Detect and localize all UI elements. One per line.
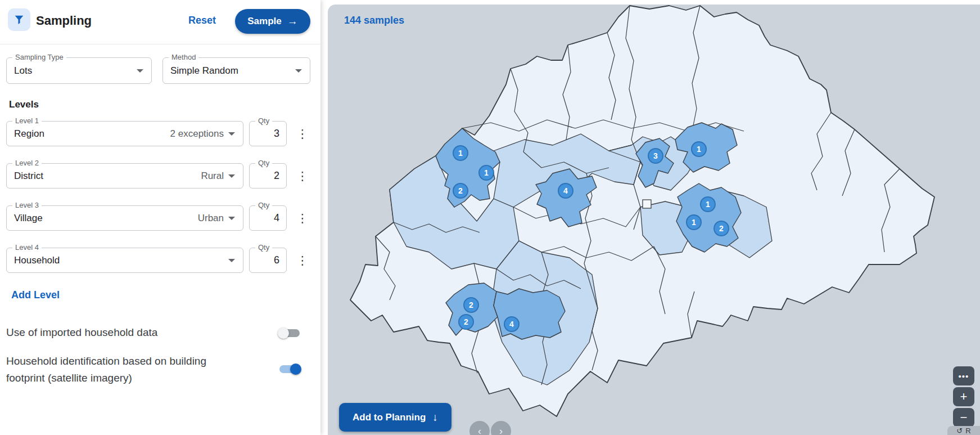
add-level-button[interactable]: Add Level bbox=[11, 289, 60, 301]
sample-count-marker[interactable]: 1 bbox=[453, 146, 468, 160]
sample-count-marker[interactable]: 2 bbox=[453, 183, 468, 198]
level-3-modifier[interactable]: Urban bbox=[198, 213, 235, 224]
map-reset-button[interactable]: ↺ R bbox=[947, 426, 980, 435]
svg-text:3: 3 bbox=[653, 151, 658, 160]
arrow-right-icon: → bbox=[287, 15, 298, 28]
level-3-qty-input[interactable] bbox=[250, 206, 286, 230]
sample-count-marker[interactable]: 4 bbox=[504, 317, 519, 331]
level-1-value: Region bbox=[14, 128, 44, 140]
capital-enclave-square bbox=[643, 200, 651, 208]
page-title: Sampling bbox=[36, 14, 92, 28]
level-4-qty-field[interactable]: Qty bbox=[249, 248, 287, 273]
map-more-options-button[interactable]: ••• bbox=[953, 366, 974, 385]
svg-text:4: 4 bbox=[563, 186, 568, 195]
sampling-panel: Sampling Reset Sample → Sampling Type Lo… bbox=[0, 0, 320, 435]
level-1-qty-field[interactable]: Qty bbox=[249, 121, 287, 146]
method-select[interactable]: Method Simple Random bbox=[162, 57, 310, 84]
reset-button[interactable]: Reset bbox=[188, 15, 216, 26]
reset-letter: R bbox=[965, 427, 970, 435]
sample-count-marker[interactable]: 1 bbox=[692, 142, 706, 156]
chevron-down-icon bbox=[295, 69, 302, 73]
level-3-value: Village bbox=[14, 213, 43, 224]
samples-count-label: 144 samples bbox=[344, 15, 404, 26]
toggle-thumb bbox=[290, 364, 301, 375]
chevron-down-icon bbox=[228, 174, 235, 178]
arrow-down-icon: ↓ bbox=[432, 411, 438, 424]
map-zoom-in-button[interactable]: + bbox=[953, 387, 974, 406]
chevron-down-icon bbox=[137, 69, 143, 73]
svg-text:2: 2 bbox=[719, 224, 724, 233]
sample-count-marker[interactable]: 1 bbox=[479, 165, 494, 180]
household-identification-label: Household identification based on buildi… bbox=[6, 353, 231, 387]
level-1-select[interactable]: Level 1 Region 2 exceptions bbox=[6, 121, 243, 146]
level-2-value: District bbox=[14, 171, 43, 182]
sample-button[interactable]: Sample → bbox=[235, 9, 310, 34]
level-1-modifier-text: 2 exceptions bbox=[170, 128, 224, 140]
reset-rotate-icon: ↺ bbox=[956, 427, 963, 435]
sample-count-marker[interactable]: 2 bbox=[464, 298, 478, 312]
household-identification-toggle[interactable] bbox=[278, 362, 301, 376]
level-4-qty-input[interactable] bbox=[250, 248, 286, 272]
chevron-down-icon bbox=[228, 132, 235, 136]
sampling-type-label: Sampling Type bbox=[12, 53, 66, 61]
sampling-app: Sampling Reset Sample → Sampling Type Lo… bbox=[0, 0, 980, 435]
level-2-modifier[interactable]: Rural bbox=[201, 171, 235, 182]
level-4-label: Level 4 bbox=[12, 243, 42, 252]
level-4-select[interactable]: Level 4 Household bbox=[6, 248, 243, 273]
imported-household-data-toggle[interactable] bbox=[278, 326, 301, 340]
level-3-menu-icon[interactable]: ⋮ bbox=[296, 205, 309, 231]
sample-count-marker[interactable]: 3 bbox=[648, 149, 663, 163]
level-3-select[interactable]: Level 3 Village Urban bbox=[6, 205, 243, 231]
sample-count-marker[interactable]: 1 bbox=[687, 215, 701, 230]
funnel-glyph bbox=[13, 14, 25, 26]
level-3-modifier-text: Urban bbox=[198, 213, 224, 224]
map-area[interactable]: 112431112224 144 samples Add to Planning… bbox=[328, 5, 980, 435]
chevron-down-icon bbox=[228, 259, 235, 262]
method-value: Simple Random bbox=[170, 65, 238, 77]
level-2-modifier-text: Rural bbox=[201, 171, 224, 182]
sample-count-marker[interactable]: 4 bbox=[558, 183, 573, 198]
add-to-planning-label: Add to Planning bbox=[353, 412, 426, 423]
map-zoom-out-button[interactable]: − bbox=[953, 408, 974, 427]
level-2-qty-input[interactable] bbox=[250, 164, 286, 188]
svg-text:4: 4 bbox=[509, 320, 514, 329]
level-2-label: Level 2 bbox=[12, 159, 42, 167]
svg-text:1: 1 bbox=[706, 200, 710, 209]
level-1-menu-icon[interactable]: ⋮ bbox=[296, 121, 309, 146]
level-2-qty-field[interactable]: Qty bbox=[249, 163, 287, 189]
level-3-qty-field[interactable]: Qty bbox=[249, 205, 287, 231]
level-4-menu-icon[interactable]: ⋮ bbox=[296, 248, 309, 273]
burkina-faso-map[interactable]: 112431112224 bbox=[328, 5, 980, 435]
filter-icon bbox=[8, 8, 30, 31]
svg-text:1: 1 bbox=[697, 145, 701, 154]
levels-heading: Levels bbox=[9, 99, 39, 110]
svg-text:2: 2 bbox=[458, 186, 463, 195]
level-1-label: Level 1 bbox=[12, 116, 42, 125]
svg-text:2: 2 bbox=[469, 301, 473, 310]
level-2-menu-icon[interactable]: ⋮ bbox=[296, 163, 309, 189]
sample-count-marker[interactable]: 1 bbox=[701, 197, 715, 212]
method-label: Method bbox=[169, 53, 198, 61]
svg-text:1: 1 bbox=[484, 168, 489, 177]
svg-text:2: 2 bbox=[464, 317, 468, 326]
sample-button-label: Sample bbox=[247, 16, 281, 27]
level-4-value: Household bbox=[14, 255, 60, 266]
toggle-thumb bbox=[278, 328, 289, 339]
level-1-qty-input[interactable] bbox=[250, 122, 286, 146]
sample-count-marker[interactable]: 2 bbox=[714, 221, 729, 236]
level-3-label: Level 3 bbox=[12, 201, 42, 209]
level-1-modifier[interactable]: 2 exceptions bbox=[170, 128, 235, 140]
sampling-type-select[interactable]: Sampling Type Lots bbox=[6, 57, 152, 84]
chevron-down-icon bbox=[228, 217, 235, 220]
level-2-select[interactable]: Level 2 District Rural bbox=[6, 163, 243, 189]
imported-household-data-label: Use of imported household data bbox=[6, 326, 157, 339]
svg-text:1: 1 bbox=[458, 149, 463, 158]
svg-text:1: 1 bbox=[692, 218, 696, 227]
add-to-planning-button[interactable]: Add to Planning ↓ bbox=[339, 403, 451, 432]
level-4-modifier[interactable] bbox=[224, 259, 235, 262]
sampling-type-value: Lots bbox=[14, 65, 32, 77]
sample-count-marker[interactable]: 2 bbox=[459, 315, 473, 329]
panel-header: Sampling Reset Sample → bbox=[0, 0, 320, 44]
